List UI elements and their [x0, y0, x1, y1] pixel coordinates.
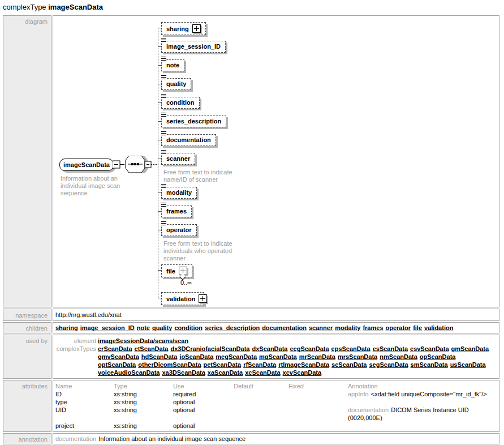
child-link-file[interactable]: file [413, 324, 422, 331]
element-box-documentation[interactable]: documentation [161, 134, 216, 146]
used-by-link-esScanData[interactable]: esScanData [373, 345, 408, 353]
used-by-complextypes-label: complexTypes [55, 345, 96, 376]
child-link-quality[interactable]: quality [152, 324, 172, 331]
expand-plus-icon[interactable] [199, 294, 207, 303]
element-box-condition[interactable]: condition [161, 97, 200, 109]
element-box-sharing[interactable]: sharing [161, 22, 206, 35]
simple-content-icon [161, 113, 166, 117]
attr-project-type: xs:string [114, 422, 173, 430]
used-by-link-xcScanData[interactable]: xcScanData [245, 369, 280, 376]
child-link-validation[interactable]: validation [424, 324, 453, 331]
used-by-link-otherDicomScanData[interactable]: otherDicomScanData [138, 361, 201, 369]
used-by-link-imageSessionData/scans/scan[interactable]: imageSessionData/scans/scan [98, 337, 188, 345]
diagram-child-series_description: series_description [158, 115, 226, 127]
used-by-link-rfScanData[interactable]: rfScanData [243, 361, 276, 369]
annotation-cell: documentationInformation about an indivi… [53, 433, 499, 444]
annotation-row: annotation documentationInformation abou… [3, 433, 499, 444]
child-link-frames[interactable]: frames [363, 324, 383, 331]
used-by-link-xa3DScanData[interactable]: xa3DScanData [162, 369, 205, 376]
element-box-validation[interactable]: validation [161, 292, 204, 305]
attr-project-fixed [288, 422, 348, 430]
child-link-sharing[interactable]: sharing [55, 324, 78, 331]
element-box-label: validation [166, 296, 195, 302]
attr-project-name: project [55, 422, 114, 430]
occurrence-range: 0..∞ [180, 279, 192, 286]
child-link-scanner[interactable]: scanner [309, 324, 333, 331]
diagram-child-quality: quality [158, 78, 191, 90]
used-by-link-mgScanData[interactable]: mgScanData [259, 353, 297, 361]
attr-project-default [234, 422, 288, 430]
attr-UID-type: xs:string [114, 406, 173, 422]
element-box-image_session_ID[interactable]: image_session_ID [161, 41, 226, 53]
child-link-modality[interactable]: modality [335, 324, 360, 331]
used-by-link-dxScanData[interactable]: dxScanData [252, 345, 287, 353]
used-by-link-mrScanData[interactable]: mrScanData [299, 353, 335, 361]
element-box-note[interactable]: note [161, 59, 184, 71]
child-link-operator[interactable]: operator [386, 324, 411, 331]
element-box-series_description[interactable]: series_description [161, 115, 226, 127]
element-box-quality[interactable]: quality [161, 78, 191, 90]
used-by-link-scScanData[interactable]: scScanData [331, 361, 367, 369]
used-by-link-hdScanData[interactable]: hdScanData [141, 353, 178, 361]
attr-annotation-text: <xdat:field uniqueComposite="mr_id_fk"/> [371, 391, 487, 397]
expand-plus-icon[interactable] [192, 24, 201, 33]
attributes-table: NameTypeUseDefaultFixedAnnotationIDxs:st… [55, 382, 497, 430]
schema-diagram: imageScanData Information about an indiv… [55, 18, 497, 305]
attr-ID-default [234, 390, 288, 398]
used-by-link-nmScanData[interactable]: nmScanData [380, 353, 417, 361]
element-box-scanner[interactable]: scanner [161, 153, 195, 165]
element-box-label: series_description [166, 118, 221, 125]
used-by-link-gmvScanData[interactable]: gmvScanData [98, 353, 139, 361]
namespace-row: namespace http://nrg.wustl.edu/xnat [3, 309, 499, 321]
attr-type-name: type [55, 398, 114, 406]
used-by-link-gmScanData[interactable]: gmScanData [451, 345, 489, 353]
attr-project-annotation [348, 422, 497, 430]
child-link-series_description[interactable]: series_description [205, 324, 260, 331]
diagram-child-sharing: sharing [158, 22, 206, 35]
used-by-link-megScanData[interactable]: megScanData [216, 353, 257, 361]
used-by-link-rtImageScanData[interactable]: rtImageScanData [278, 361, 329, 369]
child-link-note[interactable]: note [137, 324, 150, 331]
attr-ID-use: required [173, 390, 234, 398]
attr-header-use: Use [173, 382, 234, 390]
used-by-link-segScanData[interactable]: segScanData [369, 361, 408, 369]
element-box-modality[interactable]: modality [161, 187, 197, 199]
child-link-documentation[interactable]: documentation [262, 324, 307, 331]
used-by-link-esvScanData[interactable]: esvScanData [410, 345, 449, 353]
used-by-link-xcvScanData[interactable]: xcvScanData [283, 369, 322, 376]
used-by-link-opScanData[interactable]: opScanData [420, 353, 456, 361]
element-box-label: file [166, 268, 175, 275]
element-box-operator[interactable]: operator [161, 224, 197, 236]
child-link-image_session_ID[interactable]: image_session_ID [80, 324, 135, 331]
used-by-link-voiceAudioScanData[interactable]: voiceAudioScanData [98, 369, 160, 376]
documentation-label: documentation [55, 435, 96, 442]
diagram-row-label: diagram [3, 15, 51, 307]
diagram-child-documentation: documentation [158, 134, 216, 146]
used-by-complextype-links: crScanDatactScanDatadx3DCraniofacialScan… [98, 345, 497, 376]
used-by-link-smScanData[interactable]: smScanData [411, 361, 448, 369]
element-box-frames[interactable]: frames [161, 206, 192, 217]
element-box-label: documentation [166, 136, 211, 143]
attr-type-default [234, 398, 288, 406]
children-links: sharingimage_session_IDnotequalitycondit… [53, 322, 499, 333]
element-box-label: note [166, 62, 179, 69]
used-by-link-dx3DCraniofacialScanData[interactable]: dx3DCraniofacialScanData [170, 345, 249, 353]
used-by-link-ecgScanData[interactable]: ecgScanData [290, 345, 329, 353]
used-by-link-optScanData[interactable]: optScanData [98, 361, 136, 369]
element-box-label: modality [166, 189, 192, 196]
element-box-file[interactable]: file [161, 264, 192, 277]
used-by-link-petScanData[interactable]: petScanData [204, 361, 242, 369]
used-by-link-epsScanData[interactable]: epsScanData [331, 345, 371, 353]
child-link-condition[interactable]: condition [174, 324, 203, 331]
simple-content-icon [161, 57, 166, 61]
diagram-child-scanner: scannerFree form text to indicate name/I… [158, 153, 248, 183]
used-by-cell: element imageSessionData/scans/scan comp… [53, 335, 499, 379]
used-by-link-ioScanData[interactable]: ioScanData [179, 353, 213, 361]
used-by-link-ctScanData[interactable]: ctScanData [135, 345, 169, 353]
used-by-link-xaScanData[interactable]: xaScanData [208, 369, 243, 376]
used-by-link-mrsScanData[interactable]: mrsScanData [338, 353, 377, 361]
children-row: children sharingimage_session_IDnotequal… [3, 322, 499, 333]
used-by-link-crScanData[interactable]: crScanData [98, 345, 132, 353]
used-by-link-usScanData[interactable]: usScanData [450, 361, 486, 369]
diagram-child-note: note [158, 59, 184, 71]
